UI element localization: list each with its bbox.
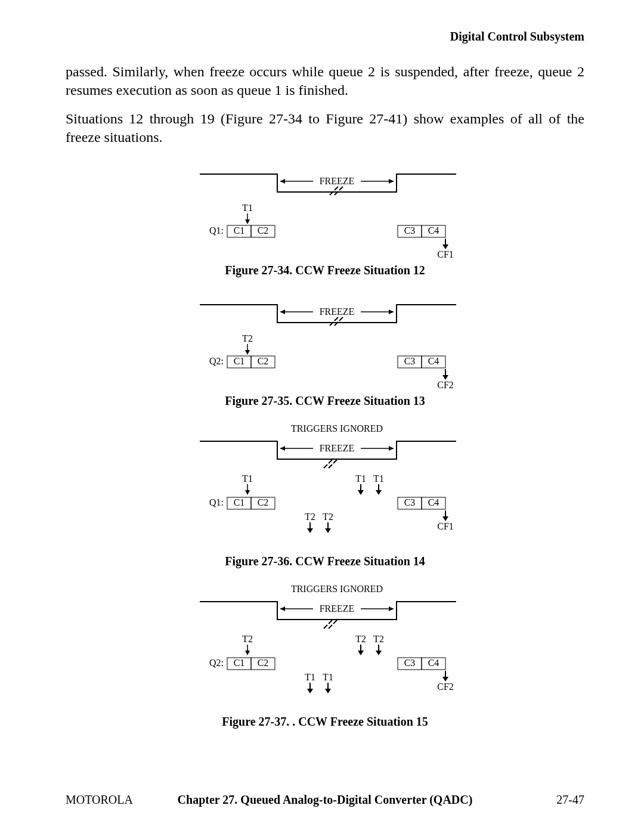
footer-left: MOTOROLA <box>66 793 133 807</box>
cf2-label: CF2 <box>437 682 454 692</box>
arrowhead-icon <box>442 375 448 380</box>
queue-label-q1: Q1: <box>209 225 224 236</box>
break-mark-icon <box>324 460 337 468</box>
trigger-t1-ignored-label: T1 <box>305 672 315 682</box>
trigger-t2-ignored-label: T2 <box>355 634 366 644</box>
trigger-t1-label: T1 <box>242 473 253 484</box>
arrowhead-icon <box>389 606 394 611</box>
arrowhead-icon <box>307 528 313 533</box>
arrowhead-icon <box>280 606 285 611</box>
arrowhead-icon <box>389 179 394 184</box>
cf2-label: CF2 <box>437 380 454 388</box>
cf1-label: CF1 <box>437 521 454 531</box>
arrowhead-icon <box>245 350 250 355</box>
trigger-t2-ignored-label-2: T2 <box>373 634 384 644</box>
triggers-ignored-label: TRIGGERS IGNORED <box>291 584 383 594</box>
arrowhead-icon <box>376 651 382 655</box>
arrowhead-icon <box>307 689 313 693</box>
footer-right: 27-47 <box>556 793 584 807</box>
trigger-t2-ignored-label-2: T2 <box>323 512 333 522</box>
running-header: Digital Control Subsystem <box>66 30 584 44</box>
freeze-label: FREEZE <box>320 306 355 317</box>
arrowhead-icon <box>280 179 285 184</box>
trigger-t1-ignored-label-2: T1 <box>373 473 384 484</box>
paragraph-2: Situations 12 through 19 (Figure 27-34 t… <box>66 110 584 146</box>
arrowhead-icon <box>389 309 394 314</box>
arrowhead-icon <box>325 689 331 693</box>
queue-label-q2: Q2: <box>209 356 224 366</box>
trigger-t1-ignored-label: T1 <box>355 473 366 484</box>
timing-diagram-35: FREEZE T2 Q2: C1 C2 C3 C4 CF2 <box>188 293 462 388</box>
arrowhead-icon <box>358 651 364 655</box>
cell-c3-label: C3 <box>404 225 416 236</box>
trigger-t2-label: T2 <box>242 634 253 644</box>
cell-c1-label: C1 <box>234 497 245 507</box>
arrowhead-icon <box>442 677 448 682</box>
arrowhead-icon <box>442 516 448 521</box>
break-mark-icon <box>330 317 343 326</box>
cell-c3-label: C3 <box>404 356 416 366</box>
cell-c4-label: C4 <box>428 497 439 507</box>
timing-diagram-37: TRIGGERS IGNORED FREEZE T2 T2 T2 Q2 <box>188 584 462 709</box>
arrowhead-icon <box>245 490 250 495</box>
freeze-label: FREEZE <box>320 443 355 453</box>
timing-diagram-34: FREEZE T1 Q1: C1 C2 C3 C4 CF1 <box>188 162 462 258</box>
cell-c2-label: C2 <box>258 497 269 507</box>
timing-diagram-36: TRIGGERS IGNORED FREEZE T1 T1 T1 Q1 <box>188 423 462 549</box>
cell-c2-label: C2 <box>258 658 269 668</box>
cell-c2-label: C2 <box>258 356 269 366</box>
cf1-label: CF1 <box>437 249 454 258</box>
cell-c3-label: C3 <box>404 658 416 668</box>
figure-caption-37: Figure 27-37. . CCW Freeze Situation 15 <box>66 715 584 729</box>
triggers-ignored-label: TRIGGERS IGNORED <box>291 423 383 433</box>
arrowhead-icon <box>280 309 285 314</box>
paragraph-1: passed. Similarly, when freeze occurs wh… <box>66 63 584 99</box>
arrowhead-icon <box>325 528 331 533</box>
freeze-label: FREEZE <box>320 176 355 186</box>
trigger-t2-ignored-label: T2 <box>305 512 315 522</box>
cell-c1-label: C1 <box>234 225 245 236</box>
queue-label-q2: Q2: <box>209 658 224 668</box>
page-footer: MOTOROLA Chapter 27. Queued Analog-to-Di… <box>66 793 584 807</box>
trigger-t1-label: T1 <box>242 203 253 213</box>
cell-c1-label: C1 <box>234 356 245 366</box>
arrowhead-icon <box>280 446 285 451</box>
arrowhead-icon <box>358 490 364 495</box>
footer-center: Chapter 27. Queued Analog-to-Digital Con… <box>66 793 584 807</box>
figure-27-37: TRIGGERS IGNORED FREEZE T2 T2 T2 Q2 <box>66 584 584 729</box>
figure-27-36: TRIGGERS IGNORED FREEZE T1 T1 T1 Q1 <box>66 423 584 568</box>
cell-c2-label: C2 <box>258 225 269 236</box>
freeze-label: FREEZE <box>320 603 355 614</box>
cell-c4-label: C4 <box>428 658 439 668</box>
cell-c4-label: C4 <box>428 356 439 366</box>
break-mark-icon <box>330 187 343 195</box>
arrowhead-icon <box>245 651 250 655</box>
figure-27-35: FREEZE T2 Q2: C1 C2 C3 C4 CF2 Figure 27-… <box>66 293 584 408</box>
figure-caption-34: Figure 27-34. CCW Freeze Situation 12 <box>66 264 584 277</box>
arrowhead-icon <box>442 244 448 249</box>
cell-c4-label: C4 <box>428 225 439 236</box>
cell-c3-label: C3 <box>404 497 416 507</box>
trigger-t2-label: T2 <box>242 333 253 343</box>
trigger-t1-ignored-label-2: T1 <box>323 672 333 682</box>
page: Digital Control Subsystem passed. Simila… <box>0 0 644 833</box>
figure-caption-36: Figure 27-36. CCW Freeze Situation 14 <box>66 555 584 568</box>
arrowhead-icon <box>245 219 250 224</box>
figure-27-34: FREEZE T1 Q1: C1 C2 C3 C4 CF1 <box>66 162 584 277</box>
figure-caption-35: Figure 27-35. CCW Freeze Situation 13 <box>66 394 584 408</box>
break-mark-icon <box>324 620 337 628</box>
queue-label-q1: Q1: <box>209 497 224 507</box>
arrowhead-icon <box>389 446 394 451</box>
cell-c1-label: C1 <box>234 658 245 668</box>
arrowhead-icon <box>376 490 382 495</box>
